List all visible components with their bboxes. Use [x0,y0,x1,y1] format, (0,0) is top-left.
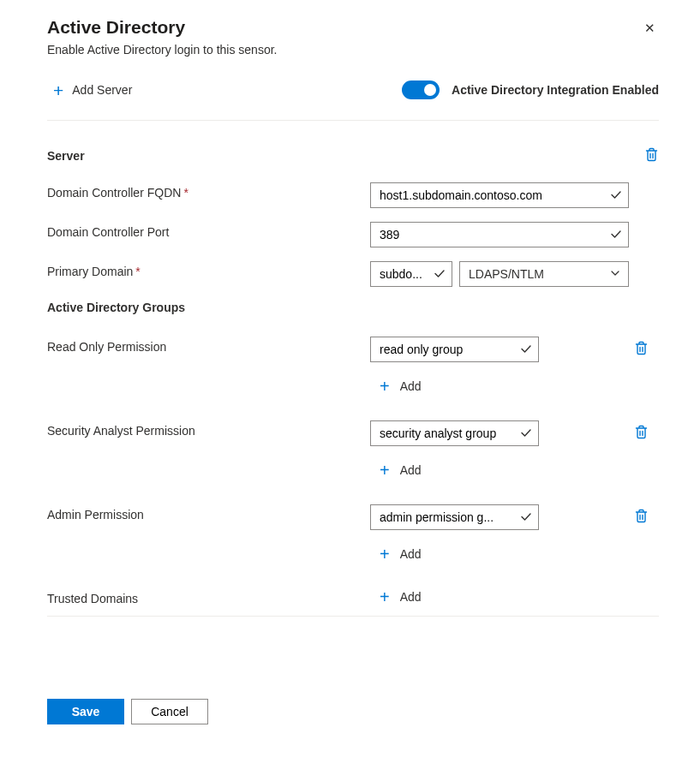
add-admin-button[interactable]: + Add [370,545,659,563]
port-label: Domain Controller Port [47,222,370,239]
add-security-analyst-button[interactable]: + Add [370,462,659,479]
protocol-select[interactable]: LDAPS/NTLM [459,261,629,287]
add-label: Add [400,547,422,561]
integration-toggle[interactable] [402,80,440,99]
close-button[interactable]: ✕ [641,17,659,39]
trash-icon [634,340,649,356]
fqdn-input[interactable] [370,182,629,208]
read-only-label: Read Only Permission [47,337,370,354]
port-input[interactable] [370,222,629,247]
server-heading: Server [47,149,85,163]
admin-label: Admin Permission [47,504,370,522]
save-button[interactable]: Save [47,699,124,724]
groups-heading: Active Directory Groups [47,301,659,314]
required-asterisk: * [183,186,188,200]
cancel-button[interactable]: Cancel [131,699,208,724]
primary-domain-label-text: Primary Domain [47,265,133,278]
divider [47,616,659,617]
primary-domain-input[interactable] [370,261,452,287]
plus-icon: + [380,378,390,395]
admin-input[interactable] [370,504,539,530]
add-label: Add [400,590,422,604]
protocol-select-value: LDAPS/NTLM [469,267,544,281]
security-analyst-input[interactable] [370,420,539,446]
trash-icon [644,146,659,163]
chevron-down-icon [609,267,621,282]
trash-icon [634,424,649,440]
delete-admin-button[interactable] [634,508,649,527]
divider [47,120,659,121]
add-server-button[interactable]: + Add Server [47,81,132,99]
page-title: Active Directory [47,17,277,38]
close-icon: ✕ [644,21,655,35]
add-server-label: Add Server [72,83,132,97]
fqdn-label-text: Domain Controller FQDN [47,186,181,200]
plus-icon: + [380,545,390,563]
read-only-input[interactable] [370,337,539,362]
add-label: Add [400,379,422,393]
trash-icon [634,508,649,524]
add-trusted-domain-button[interactable]: + Add [370,588,422,605]
plus-icon: + [380,588,390,605]
add-read-only-button[interactable]: + Add [370,378,659,395]
plus-icon: + [380,462,390,479]
delete-security-analyst-button[interactable] [634,424,649,443]
integration-toggle-label: Active Directory Integration Enabled [452,83,659,97]
page-subtitle: Enable Active Directory login to this se… [47,43,277,57]
delete-server-button[interactable] [644,146,659,165]
fqdn-label: Domain Controller FQDN* [47,182,370,200]
security-analyst-label: Security Analyst Permission [47,420,370,438]
primary-domain-label: Primary Domain* [47,261,370,278]
plus-icon: + [53,81,63,99]
trusted-domains-label: Trusted Domains [47,588,370,605]
required-asterisk: * [135,265,140,278]
delete-read-only-button[interactable] [634,340,649,359]
add-label: Add [400,463,422,477]
